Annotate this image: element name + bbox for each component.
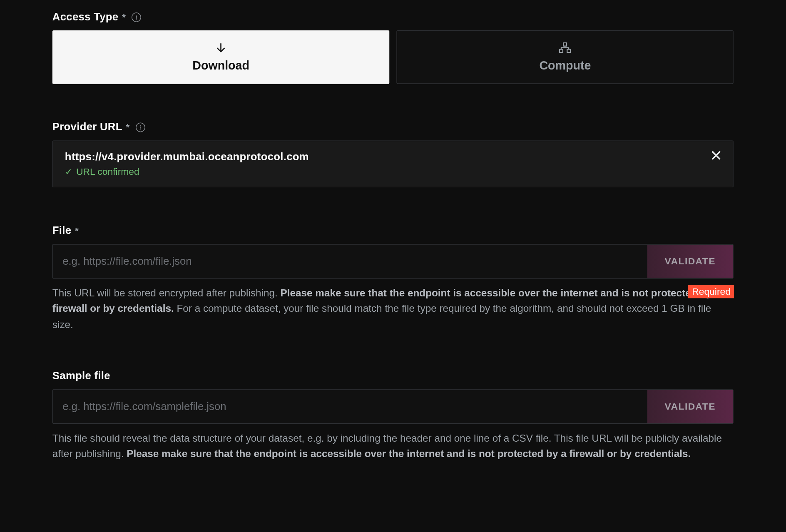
svg-rect-3 (567, 49, 571, 52)
access-type-section: Access Type * i Download (52, 11, 734, 84)
file-label: File (52, 224, 71, 237)
access-type-buttons: Download Compute (52, 30, 734, 84)
sample-file-section: Sample file VALIDATE This file should re… (52, 370, 734, 462)
compute-label: Compute (539, 59, 591, 72)
file-url-input[interactable] (53, 245, 647, 278)
required-asterisk: * (122, 12, 126, 22)
svg-rect-1 (563, 42, 567, 46)
compute-button[interactable]: Compute (397, 30, 734, 84)
download-label: Download (192, 59, 249, 72)
download-icon (215, 42, 227, 54)
provider-url-label: Provider URL (52, 121, 122, 133)
provider-url-section: Provider URL * i https://v4.provider.mum… (52, 121, 734, 187)
file-input-row: VALIDATE (52, 244, 734, 278)
info-icon[interactable]: i (132, 12, 141, 22)
provider-url-value: https://v4.provider.mumbai.oceanprotocol… (65, 151, 721, 163)
download-button[interactable]: Download (52, 30, 390, 84)
info-icon[interactable]: i (136, 122, 145, 132)
svg-rect-2 (560, 49, 563, 52)
check-icon: ✓ (65, 167, 73, 177)
sample-validate-button[interactable]: VALIDATE (647, 390, 733, 423)
access-type-label: Access Type (52, 11, 119, 23)
compute-icon (559, 42, 572, 54)
url-confirmed-status: ✓ URL confirmed (65, 167, 721, 177)
sample-input-row: VALIDATE (52, 389, 734, 424)
required-asterisk: * (126, 122, 129, 132)
file-help-pre: This URL will be stored encrypted after … (52, 288, 281, 299)
file-label-row: File * (52, 224, 734, 237)
sample-help-bold: Please make sure that the endpoint is ac… (127, 448, 691, 460)
sample-file-label-row: Sample file (52, 370, 734, 382)
provider-url-box: https://v4.provider.mumbai.oceanprotocol… (52, 140, 734, 187)
file-help-text: This URL will be stored encrypted after … (52, 286, 734, 333)
required-badge: Required (689, 285, 734, 298)
access-type-label-row: Access Type * i (52, 11, 734, 23)
file-validate-button[interactable]: VALIDATE (647, 245, 733, 278)
sample-url-input[interactable] (53, 390, 647, 423)
required-asterisk: * (75, 225, 79, 236)
close-icon[interactable] (710, 149, 723, 162)
file-section: File * VALIDATE Required This URL will b… (52, 224, 734, 333)
sample-file-label: Sample file (52, 370, 110, 382)
sample-help-text: This file should reveal the data structu… (52, 431, 734, 462)
url-confirmed-text: URL confirmed (76, 167, 139, 177)
provider-url-label-row: Provider URL * i (52, 121, 734, 133)
